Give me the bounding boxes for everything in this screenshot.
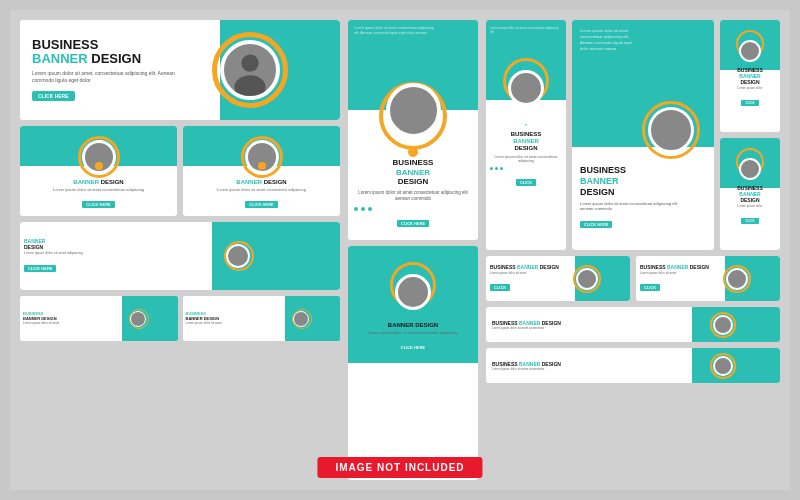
sv-text-1: BUSINESSBANNERDESIGN Lorem ipsum dolor C… (737, 67, 763, 108)
btn-sv-1[interactable]: CLICK (741, 100, 758, 106)
v-sub: Lorem ipsum dolor sit amet consectetuar … (354, 190, 472, 203)
banner-rect-h-2: BUSINESS BANNER DESIGN Lorem ipsum dolor… (636, 256, 780, 301)
rh-text-2: BUSINESS BANNER DESIGN Lorem ipsum dolor… (640, 264, 709, 293)
teal-top-sq-text: Lorem ipsum dolor sit amet consectetuar … (580, 28, 640, 52)
banner-vert-medium: BUSINESSBANNER DESIGN Lorem ipsum dolor … (348, 246, 478, 480)
col-left: BUSINESSBANNER DESIGN Lorem ipsum dolor … (20, 20, 340, 480)
xt-dots (490, 167, 562, 170)
t-title-1: BUSINESSBANNER DESIGN (23, 312, 59, 322)
btn-lsq[interactable]: CLICK HERE (580, 221, 612, 228)
v-text: BUSINESSBANNERDESIGN Lorem ipsum dolor s… (354, 158, 472, 229)
avatar-vm (395, 274, 431, 310)
xt-text: " BUSINESSBANNERDESIGN Lorem ipsum dolor… (490, 118, 562, 188)
lsq-text: BUSINESSBANNERDESIGN Lorem ipsum dolor s… (580, 165, 680, 230)
svg-point-0 (241, 54, 258, 71)
btn-small-2[interactable]: CLICK HERE (245, 201, 277, 208)
lsq-title: BUSINESSBANNERDESIGN (580, 165, 680, 197)
banner-leader-1: BUSINESS BANNER DESIGN Lorem ipsum dolor… (486, 307, 780, 342)
banner-small-1: BANNERDESIGN Lorem ipsum dolor sit amet … (20, 222, 340, 290)
row-right-top: Lorem ipsum dolor sit amet consectetuar … (486, 20, 780, 250)
col-small-verts: BUSINESSBANNERDESIGN Lorem ipsum dolor C… (720, 20, 780, 250)
sv-text-2: BUSINESSBANNERDESIGN Lorem ipsum dolor C… (737, 185, 763, 226)
xt-quotes: " (490, 122, 562, 131)
l-title-2: BUSINESS BANNER DESIGN (492, 361, 561, 367)
med-title-1: BANNER DESIGN (26, 179, 171, 185)
avatar-t-1 (130, 311, 146, 327)
banner-tall-vertical: Lorem ipsum dolor sit amet consectetuar … (348, 20, 478, 240)
banner-leader-2: BUSINESS BANNER DESIGN Lorem ipsum dolor… (486, 348, 780, 383)
avatar-xt (508, 70, 544, 106)
banner-medium-1: BANNER DESIGN Lorem ipsum dolor sit amet… (20, 126, 177, 216)
l-sub-1: Lorem ipsum dolor sit amet consectetur (492, 326, 561, 330)
btn-vm[interactable]: CLICK HERE (397, 344, 429, 351)
text-area-large: BUSINESSBANNER DESIGN Lorem ipsum dolor … (32, 38, 192, 103)
vm-text: BUSINESSBANNER DESIGN Lorem ipsum dolor … (369, 316, 458, 353)
banner-xtall: Lorem ipsum dolor sit amet consectetuar … (486, 20, 566, 250)
avatar-v (386, 83, 441, 138)
lsq-sub: Lorem ipsum dolor sit amet consectetuar … (580, 201, 680, 212)
banner-title-large: BUSINESSBANNER DESIGN (32, 38, 192, 67)
med-sub-1: Lorem ipsum dolor sit amet consectetuar … (26, 187, 171, 192)
btn-xt[interactable]: CLICK (516, 179, 536, 186)
banners-grid: BUSINESSBANNER DESIGN Lorem ipsum dolor … (20, 20, 780, 480)
main-container: BUSINESSBANNER DESIGN Lorem ipsum dolor … (10, 10, 790, 490)
btn-sm-3[interactable]: CLICK HERE (24, 265, 56, 272)
med-title-2: BANNER DESIGN (189, 179, 334, 185)
btn-rh-2[interactable]: CLICK (640, 284, 660, 291)
banner-large-sq: Lorem ipsum dolor sit amet consectetuar … (572, 20, 714, 250)
rh-title-1: BUSINESS BANNER DESIGN (490, 264, 559, 270)
l-text-2: BUSINESS BANNER DESIGN Lorem ipsum dolor… (492, 361, 561, 371)
avatar-l-1 (713, 315, 733, 335)
sm-sub-1: Lorem ipsum dolor sit amet adipiscing (24, 251, 83, 256)
btn-v[interactable]: CLICK HERE (397, 220, 429, 227)
btn-small-1[interactable]: CLICK HERE (82, 201, 114, 208)
orange-dot-2 (258, 162, 266, 170)
svg-point-1 (234, 75, 265, 96)
v-title: BUSINESSBANNERDESIGN (354, 158, 472, 187)
row-right-bottom-2: BUSINESS BANNER DESIGN Lorem ipsum dolor… (486, 307, 780, 342)
btn-rh-1[interactable]: CLICK (490, 284, 510, 291)
orange-dot-1 (95, 162, 103, 170)
banner-sv-2: BUSINESSBANNERDESIGN Lorem ipsum dolor C… (720, 138, 780, 250)
l-sub-2: Lorem ipsum dolor sit amet consectetur (492, 367, 561, 371)
t-sub-1: Lorem ipsum dolor sit amet (23, 321, 59, 325)
vm-title: BUSINESSBANNER DESIGN (369, 316, 458, 328)
vm-sub: Lorem ipsum dolor sit amet consectetur a… (369, 330, 458, 335)
banner-sv-1: BUSINESSBANNERDESIGN Lorem ipsum dolor C… (720, 20, 780, 132)
t-sub-2: Lorem ipsum dolor sit amet (186, 321, 222, 325)
l-title-1: BUSINESS BANNER DESIGN (492, 320, 561, 326)
col-middle: Lorem ipsum dolor sit amet consectetuar … (348, 20, 478, 480)
vert-top-text: Lorem ipsum dolor sit amet consectetuar … (354, 26, 434, 37)
orange-dot-v (408, 147, 418, 157)
row-medium: BANNER DESIGN Lorem ipsum dolor sit amet… (20, 126, 340, 216)
avatar-rh-1 (576, 268, 598, 290)
avatar-sv-1 (739, 40, 761, 62)
t-title-2: BUSINESSBANNER DESIGN (186, 312, 222, 322)
col-right: Lorem ipsum dolor sit amet consectetuar … (486, 20, 780, 480)
rh-sub-2: Lorem ipsum dolor sit amet (640, 271, 709, 275)
xt-sub: Lorem ipsum dolor sit amet consectetuar … (490, 155, 562, 164)
avatar-l-2 (713, 356, 733, 376)
banner-rect-h-1: BUSINESS BANNER DESIGN Lorem ipsum dolor… (486, 256, 630, 301)
sv-sub-2: Lorem ipsum dolor (737, 204, 763, 208)
row-tiny: BUSINESSBANNER DESIGN Lorem ipsum dolor … (20, 296, 340, 341)
sm-title-1: BANNERDESIGN (24, 238, 83, 250)
btn-sv-2[interactable]: CLICK (741, 218, 758, 224)
rh-title-2: BUSINESS BANNER DESIGN (640, 264, 709, 270)
xt-top-text: Lorem ipsum dolor sit amet consectetuar … (490, 26, 562, 34)
click-here-btn[interactable]: CLICK HERE (32, 91, 75, 101)
row-right-bottom-1: BUSINESS BANNER DESIGN Lorem ipsum dolor… (486, 256, 780, 301)
banner-medium-2: BANNER DESIGN Lorem ipsum dolor sit amet… (183, 126, 340, 216)
med-text-2: BANNER DESIGN Lorem ipsum dolor sit amet… (189, 179, 334, 210)
avatar-sv-2 (739, 158, 761, 180)
t-text-1: BUSINESSBANNER DESIGN Lorem ipsum dolor … (23, 312, 59, 326)
avatar-rh-2 (726, 268, 748, 290)
med-sub-2: Lorem ipsum dolor sit amet consectetur a… (189, 187, 334, 192)
banner-large-horizontal: BUSINESSBANNER DESIGN Lorem ipsum dolor … (20, 20, 340, 120)
sv-title-2: BUSINESSBANNERDESIGN (737, 185, 763, 203)
avatar-xs-1 (226, 244, 250, 268)
sv-title-1: BUSINESSBANNERDESIGN (737, 67, 763, 85)
xt-title: BUSINESSBANNERDESIGN (490, 131, 562, 153)
sv-sub-1: Lorem ipsum dolor (737, 86, 763, 90)
avatar-large (220, 40, 280, 100)
